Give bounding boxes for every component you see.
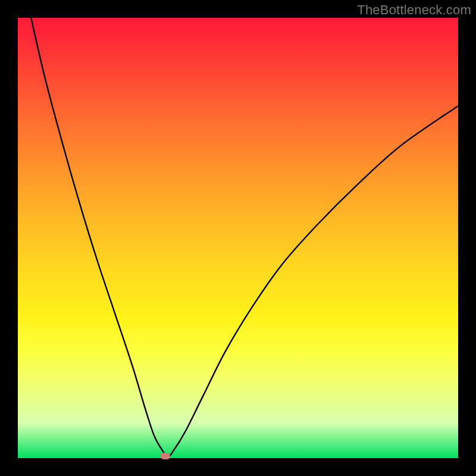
- bottleneck-curve: [18, 18, 458, 458]
- watermark-text: TheBottleneck.com: [357, 2, 471, 18]
- chart-plot-area: [18, 18, 458, 458]
- minimum-marker: [161, 453, 170, 459]
